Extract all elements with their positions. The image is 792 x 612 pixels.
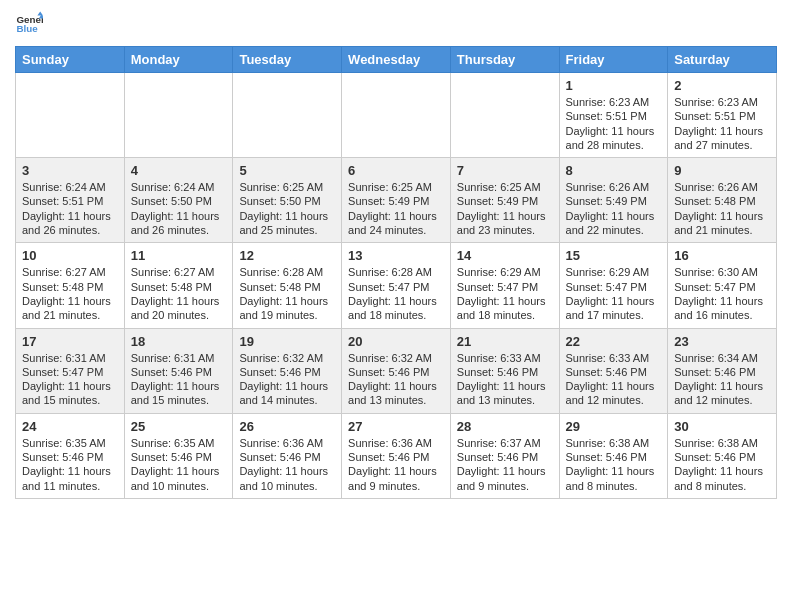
weekday-header: Sunday — [16, 47, 125, 73]
day-info-line: Sunset: 5:51 PM — [22, 194, 118, 208]
day-info-line: Sunrise: 6:37 AM — [457, 436, 553, 450]
day-number: 15 — [566, 248, 662, 263]
day-number: 24 — [22, 419, 118, 434]
day-number: 9 — [674, 163, 770, 178]
day-info-line: Daylight: 11 hours and 10 minutes. — [131, 464, 227, 493]
day-info-line: Sunrise: 6:27 AM — [131, 265, 227, 279]
calendar-day-cell: 7Sunrise: 6:25 AMSunset: 5:49 PMDaylight… — [450, 158, 559, 243]
day-info-line: Daylight: 11 hours and 22 minutes. — [566, 209, 662, 238]
day-info-line: Sunrise: 6:28 AM — [348, 265, 444, 279]
calendar-day-cell: 23Sunrise: 6:34 AMSunset: 5:46 PMDayligh… — [668, 328, 777, 413]
calendar-week-row: 10Sunrise: 6:27 AMSunset: 5:48 PMDayligh… — [16, 243, 777, 328]
day-info-line: Daylight: 11 hours and 10 minutes. — [239, 464, 335, 493]
day-info-line: Sunset: 5:46 PM — [674, 450, 770, 464]
day-info-line: Sunset: 5:47 PM — [22, 365, 118, 379]
day-info-line: Daylight: 11 hours and 19 minutes. — [239, 294, 335, 323]
day-info-line: Sunset: 5:46 PM — [674, 365, 770, 379]
day-info-line: Sunrise: 6:25 AM — [457, 180, 553, 194]
calendar-day-cell: 14Sunrise: 6:29 AMSunset: 5:47 PMDayligh… — [450, 243, 559, 328]
day-info-line: Daylight: 11 hours and 16 minutes. — [674, 294, 770, 323]
day-info-line: Sunset: 5:49 PM — [348, 194, 444, 208]
weekday-header: Tuesday — [233, 47, 342, 73]
day-info-line: Sunrise: 6:32 AM — [239, 351, 335, 365]
page-header: General Blue — [15, 10, 777, 38]
day-info-line: Sunrise: 6:31 AM — [131, 351, 227, 365]
day-info-line: Sunset: 5:51 PM — [674, 109, 770, 123]
day-info-line: Sunrise: 6:23 AM — [674, 95, 770, 109]
day-info-line: Sunset: 5:48 PM — [22, 280, 118, 294]
calendar-day-cell: 29Sunrise: 6:38 AMSunset: 5:46 PMDayligh… — [559, 413, 668, 498]
day-number: 11 — [131, 248, 227, 263]
day-info-line: Sunrise: 6:31 AM — [22, 351, 118, 365]
calendar-day-cell — [342, 73, 451, 158]
day-info-line: Sunset: 5:46 PM — [239, 450, 335, 464]
weekday-header: Friday — [559, 47, 668, 73]
day-info-line: Daylight: 11 hours and 18 minutes. — [457, 294, 553, 323]
day-info-line: Sunrise: 6:29 AM — [566, 265, 662, 279]
day-info-line: Daylight: 11 hours and 18 minutes. — [348, 294, 444, 323]
calendar-day-cell: 16Sunrise: 6:30 AMSunset: 5:47 PMDayligh… — [668, 243, 777, 328]
calendar-table: SundayMondayTuesdayWednesdayThursdayFrid… — [15, 46, 777, 499]
day-number: 20 — [348, 334, 444, 349]
calendar-day-cell: 15Sunrise: 6:29 AMSunset: 5:47 PMDayligh… — [559, 243, 668, 328]
day-number: 13 — [348, 248, 444, 263]
day-number: 8 — [566, 163, 662, 178]
day-info-line: Daylight: 11 hours and 15 minutes. — [131, 379, 227, 408]
day-info-line: Sunrise: 6:23 AM — [566, 95, 662, 109]
day-info-line: Daylight: 11 hours and 12 minutes. — [566, 379, 662, 408]
day-info-line: Daylight: 11 hours and 25 minutes. — [239, 209, 335, 238]
day-number: 3 — [22, 163, 118, 178]
calendar-day-cell: 22Sunrise: 6:33 AMSunset: 5:46 PMDayligh… — [559, 328, 668, 413]
day-info-line: Sunrise: 6:36 AM — [239, 436, 335, 450]
weekday-header: Thursday — [450, 47, 559, 73]
calendar-day-cell: 1Sunrise: 6:23 AMSunset: 5:51 PMDaylight… — [559, 73, 668, 158]
day-info-line: Daylight: 11 hours and 20 minutes. — [131, 294, 227, 323]
day-number: 23 — [674, 334, 770, 349]
calendar-day-cell: 4Sunrise: 6:24 AMSunset: 5:50 PMDaylight… — [124, 158, 233, 243]
day-number: 21 — [457, 334, 553, 349]
calendar-header-row: SundayMondayTuesdayWednesdayThursdayFrid… — [16, 47, 777, 73]
day-info-line: Daylight: 11 hours and 12 minutes. — [674, 379, 770, 408]
day-info-line: Daylight: 11 hours and 26 minutes. — [22, 209, 118, 238]
day-info-line: Sunrise: 6:28 AM — [239, 265, 335, 279]
day-number: 25 — [131, 419, 227, 434]
day-number: 17 — [22, 334, 118, 349]
day-info-line: Sunrise: 6:29 AM — [457, 265, 553, 279]
calendar-day-cell: 10Sunrise: 6:27 AMSunset: 5:48 PMDayligh… — [16, 243, 125, 328]
calendar-day-cell: 12Sunrise: 6:28 AMSunset: 5:48 PMDayligh… — [233, 243, 342, 328]
calendar-day-cell: 26Sunrise: 6:36 AMSunset: 5:46 PMDayligh… — [233, 413, 342, 498]
day-number: 10 — [22, 248, 118, 263]
day-number: 26 — [239, 419, 335, 434]
day-info-line: Sunrise: 6:34 AM — [674, 351, 770, 365]
day-number: 12 — [239, 248, 335, 263]
day-info-line: Sunset: 5:46 PM — [457, 450, 553, 464]
day-info-line: Daylight: 11 hours and 14 minutes. — [239, 379, 335, 408]
day-info-line: Sunrise: 6:38 AM — [674, 436, 770, 450]
day-number: 30 — [674, 419, 770, 434]
calendar-day-cell — [233, 73, 342, 158]
weekday-header: Wednesday — [342, 47, 451, 73]
day-info-line: Sunset: 5:46 PM — [348, 450, 444, 464]
day-info-line: Sunrise: 6:24 AM — [22, 180, 118, 194]
day-info-line: Sunset: 5:48 PM — [239, 280, 335, 294]
calendar-day-cell: 20Sunrise: 6:32 AMSunset: 5:46 PMDayligh… — [342, 328, 451, 413]
day-info-line: Daylight: 11 hours and 21 minutes. — [22, 294, 118, 323]
day-info-line: Daylight: 11 hours and 24 minutes. — [348, 209, 444, 238]
day-number: 27 — [348, 419, 444, 434]
calendar-day-cell: 8Sunrise: 6:26 AMSunset: 5:49 PMDaylight… — [559, 158, 668, 243]
day-info-line: Sunset: 5:48 PM — [674, 194, 770, 208]
day-number: 28 — [457, 419, 553, 434]
day-number: 6 — [348, 163, 444, 178]
day-info-line: Sunset: 5:46 PM — [566, 450, 662, 464]
day-info-line: Sunrise: 6:35 AM — [22, 436, 118, 450]
day-info-line: Sunset: 5:46 PM — [348, 365, 444, 379]
day-info-line: Sunrise: 6:33 AM — [457, 351, 553, 365]
day-number: 18 — [131, 334, 227, 349]
day-info-line: Sunrise: 6:36 AM — [348, 436, 444, 450]
calendar-day-cell: 25Sunrise: 6:35 AMSunset: 5:46 PMDayligh… — [124, 413, 233, 498]
calendar-day-cell: 19Sunrise: 6:32 AMSunset: 5:46 PMDayligh… — [233, 328, 342, 413]
day-info-line: Daylight: 11 hours and 17 minutes. — [566, 294, 662, 323]
calendar-day-cell: 28Sunrise: 6:37 AMSunset: 5:46 PMDayligh… — [450, 413, 559, 498]
day-info-line: Daylight: 11 hours and 28 minutes. — [566, 124, 662, 153]
day-info-line: Sunset: 5:46 PM — [566, 365, 662, 379]
